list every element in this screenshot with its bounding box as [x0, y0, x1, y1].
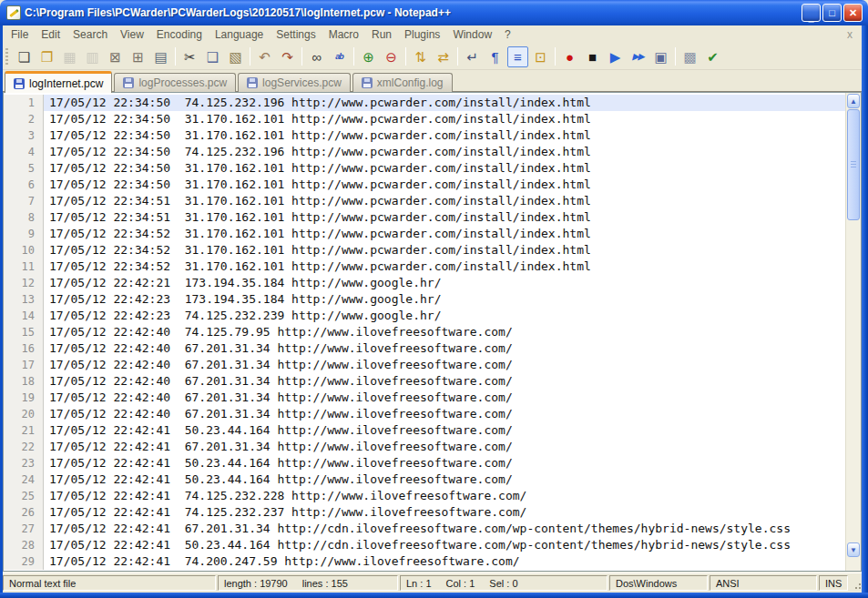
status-ln: Ln : 1 [406, 578, 432, 589]
close-all-button[interactable]: ⊞ [128, 46, 148, 67]
log-line: 1 17/05/12 22:34:50 74.125.232.196 http:… [4, 95, 845, 111]
word-wrap-button[interactable]: ↵ [462, 46, 483, 67]
macro-play-button[interactable]: ▶ [605, 46, 626, 67]
status-col: Col : 1 [446, 578, 475, 589]
find-button[interactable]: ∞ [306, 46, 327, 67]
line-text[interactable]: 17/05/12 22:34:50 31.170.162.101 http://… [44, 127, 845, 144]
cut-button[interactable]: ✂ [179, 46, 200, 67]
line-text[interactable]: 17/05/12 22:42:41 67.201.31.34 http://cd… [44, 521, 845, 537]
line-text[interactable]: 17/05/12 22:42:21 173.194.35.184 http://… [44, 275, 845, 291]
maximize-button[interactable]: □ [822, 4, 842, 22]
paste-button[interactable]: ▧ [225, 46, 246, 67]
line-text[interactable]: 17/05/12 22:42:41 50.23.44.164 http://cd… [44, 537, 845, 553]
zoom-out-button[interactable]: ⊖ [381, 46, 402, 67]
replace-button[interactable]: ab [329, 46, 350, 67]
macro-save-button[interactable]: ▣ [650, 46, 671, 67]
close-document-x-icon[interactable]: x [847, 28, 853, 41]
line-text[interactable]: 17/05/12 22:34:51 31.170.162.101 http://… [44, 193, 845, 209]
log-line: 16 17/05/12 22:42:40 67.201.31.34 http:/… [4, 340, 845, 357]
line-text[interactable]: 17/05/12 22:34:52 31.170.162.101 http://… [44, 258, 845, 275]
line-text[interactable]: 17/05/12 22:42:40 67.201.31.34 http://ww… [44, 357, 845, 373]
line-text[interactable]: 17/05/12 22:34:50 31.170.162.101 http://… [44, 111, 845, 127]
scroll-up-button[interactable]: ▲ [847, 94, 860, 108]
status-cursor-position: Ln : 1 Col : 1 Sel : 0 [400, 575, 608, 591]
line-text[interactable]: 17/05/12 22:34:51 31.170.162.101 http://… [44, 209, 845, 226]
toolbar-grip[interactable] [5, 48, 8, 65]
line-text[interactable]: 17/05/12 22:42:41 74.125.232.237 http://… [44, 504, 845, 521]
menu-file[interactable]: File [5, 26, 35, 43]
zoom-in-button[interactable]: ⊕ [358, 46, 379, 67]
line-text[interactable]: 17/05/12 22:34:50 31.170.162.101 http://… [44, 160, 845, 177]
line-text[interactable]: 17/05/12 22:42:41 74.200.247.59 http://w… [44, 553, 845, 570]
menu-plugins[interactable]: Plugins [398, 26, 446, 43]
menu-run[interactable]: Run [365, 26, 398, 43]
menu-language[interactable]: Language [209, 26, 270, 43]
save-all-button[interactable]: ▥ [82, 46, 103, 67]
spell-check-button[interactable]: ✔ [702, 46, 723, 67]
log-line: 17 17/05/12 22:42:40 67.201.31.34 http:/… [4, 357, 845, 373]
line-text[interactable]: 17/05/12 22:42:40 74.125.79.95 http://ww… [44, 324, 845, 340]
scroll-down-button[interactable]: ▼ [847, 542, 860, 557]
line-text[interactable]: 17/05/12 22:42:40 67.201.31.34 http://ww… [44, 373, 845, 390]
undo-button[interactable]: ↶ [254, 46, 275, 67]
menu-help[interactable]: ? [498, 26, 517, 43]
copy-button[interactable]: ❑ [202, 46, 223, 67]
macro-run-multiple-button[interactable]: ▶▶ [628, 46, 648, 67]
sync-horizontal-scroll-button[interactable]: ⇄ [433, 46, 454, 67]
line-text[interactable]: 17/05/12 22:34:52 31.170.162.101 http://… [44, 242, 845, 258]
log-line: 18 17/05/12 22:42:40 67.201.31.34 http:/… [4, 373, 845, 390]
line-text[interactable]: 17/05/12 22:42:23 173.194.35.184 http://… [44, 291, 845, 308]
line-text[interactable]: 17/05/12 22:42:41 74.125.232.228 http://… [44, 488, 845, 504]
scrollbar-thumb[interactable] [847, 109, 860, 220]
menu-window[interactable]: Window [446, 26, 498, 43]
tab-logprocesses-pcw[interactable]: logProcesses.pcw [114, 73, 236, 92]
plugin-doc-button[interactable]: ▩ [679, 46, 700, 67]
tab-logservices-pcw[interactable]: logServices.pcw [238, 73, 351, 92]
macro-stop-button[interactable]: ■ [582, 46, 603, 67]
line-text[interactable]: 17/05/12 22:42:23 74.125.232.239 http://… [44, 308, 845, 324]
text-editor[interactable]: 1 17/05/12 22:34:50 74.125.232.196 http:… [3, 92, 862, 572]
log-line: 12 17/05/12 22:42:21 173.194.35.184 http… [4, 275, 845, 291]
line-number: 20 [4, 406, 44, 422]
menu-edit[interactable]: Edit [35, 26, 66, 43]
redo-button[interactable]: ↷ [277, 46, 298, 67]
sync-vertical-scroll-button[interactable]: ⇅ [410, 46, 431, 67]
close-window-button[interactable]: ✕ [843, 4, 863, 22]
menu-encoding[interactable]: Encoding [150, 26, 209, 43]
line-text[interactable]: 17/05/12 22:42:40 67.201.31.34 http://ww… [44, 406, 845, 422]
tab-xmlconfig-log[interactable]: xmlConfig.log [352, 73, 453, 92]
line-text[interactable]: 17/05/12 22:42:40 67.201.31.34 http://ww… [44, 340, 845, 357]
line-text[interactable]: 17/05/12 22:42:41 50.23.44.164 http://ww… [44, 471, 845, 488]
log-line: 6 17/05/12 22:34:50 31.170.162.101 http:… [4, 177, 845, 193]
open-file-button[interactable]: ❐ [36, 46, 57, 67]
line-text[interactable]: 17/05/12 22:42:40 67.201.31.34 http://ww… [44, 390, 845, 406]
maximize-icon: □ [829, 7, 835, 18]
line-text[interactable]: 17/05/12 22:34:50 74.125.232.196 http://… [44, 144, 845, 160]
print-button[interactable]: ▤ [150, 46, 171, 67]
window-border-bottom [0, 593, 868, 598]
menu-view[interactable]: View [114, 26, 150, 43]
line-text[interactable]: 17/05/12 22:42:41 67.201.31.34 http://ww… [44, 439, 845, 455]
save-button[interactable]: ▦ [59, 46, 80, 67]
user-define-dialog-button[interactable]: ⊡ [530, 46, 551, 67]
menu-settings[interactable]: Settings [270, 26, 322, 43]
saved-floppy-icon [362, 77, 373, 88]
indent-guide-button[interactable]: ≡ [507, 46, 528, 67]
line-text[interactable]: 17/05/12 22:42:41 50.23.44.164 http://ww… [44, 422, 845, 439]
close-doc-button[interactable]: ⊠ [105, 46, 126, 67]
line-text[interactable]: 17/05/12 22:34:50 31.170.162.101 http://… [44, 177, 845, 193]
minimize-button[interactable]: _ [802, 4, 821, 22]
tab-loginternet-pcw[interactable]: logInternet.pcw [5, 71, 112, 93]
macro-record-button[interactable]: ● [559, 46, 580, 67]
new-file-button[interactable]: ❏ [14, 46, 35, 67]
show-all-chars-button[interactable]: ¶ [485, 46, 505, 67]
vertical-scrollbar[interactable]: ▲ ▼ [845, 93, 861, 571]
line-text[interactable]: 17/05/12 22:42:41 50.23.44.164 http://ww… [44, 455, 845, 471]
line-number: 10 [4, 242, 44, 258]
menu-macro[interactable]: Macro [322, 26, 365, 43]
open-folder-icon: ❐ [41, 50, 53, 64]
line-text[interactable]: 17/05/12 22:34:52 31.170.162.101 http://… [44, 226, 845, 242]
menu-search[interactable]: Search [66, 26, 114, 43]
line-number: 22 [4, 439, 44, 455]
line-text[interactable]: 17/05/12 22:34:50 74.125.232.196 http://… [44, 95, 845, 111]
